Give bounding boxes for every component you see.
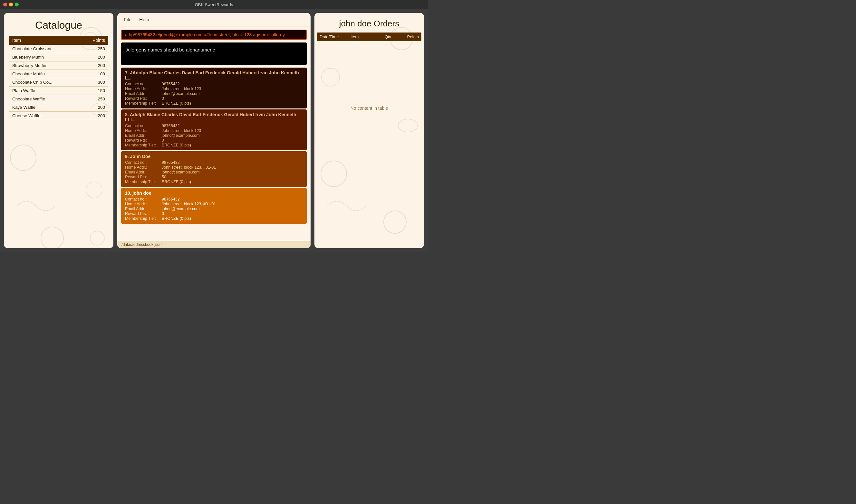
customer-address: Home Addr.: John street, block 123 xyxy=(125,128,303,133)
customer-address: Home Addr.: John street, block 123, #01-… xyxy=(125,202,303,206)
item-name: Kaya Waffle xyxy=(9,103,80,112)
contact-value: 98765432 xyxy=(162,197,180,201)
customer-email: Email Addr.: johnd@example.com xyxy=(125,170,303,175)
email-label: Email Addr.: xyxy=(125,133,160,138)
item-name: Strawberry Muffin xyxy=(9,61,80,70)
col-header-points: Points xyxy=(397,33,422,41)
email-label: Email Addr.: xyxy=(125,91,160,96)
table-row[interactable]: Plain Waffle 150 xyxy=(9,87,108,95)
table-row[interactable]: Chocolate Croissant 250 xyxy=(9,45,108,53)
col-header-item: Item xyxy=(348,33,379,41)
table-row[interactable]: Chocolate Waffle 250 xyxy=(9,95,108,103)
customer-contact: Contact no.: 98765432 xyxy=(125,197,303,201)
customer-name: 7. JAdolph Blaine Charles David Earl Fre… xyxy=(125,70,303,80)
tier-label: Membership Tier: xyxy=(125,101,160,106)
customer-card[interactable]: 8. Adolph Blaine Charles David Earl Fred… xyxy=(121,109,307,150)
address-label: Home Addr.: xyxy=(125,128,160,133)
contact-label: Contact no.: xyxy=(125,160,160,165)
table-row[interactable]: Chocolate Chip Co... 300 xyxy=(9,78,108,87)
error-box: Allergens names should be alphanumeric xyxy=(121,42,307,65)
menu-help[interactable]: Help xyxy=(138,16,151,23)
rewards-value: 0 xyxy=(162,138,164,143)
rewards-label: Reward Pts: xyxy=(125,175,160,179)
contact-label: Contact no.: xyxy=(125,124,160,128)
customer-rewards: Reward Pts: 0 xyxy=(125,96,303,101)
error-message: Allergens names should be alphanumeric xyxy=(126,47,215,52)
tier-value: BRONZE (0 pts) xyxy=(162,143,191,147)
tier-value: BRONZE (0 pts) xyxy=(162,101,191,106)
item-name: Chocolate Chip Co... xyxy=(9,78,80,87)
catalogue-table: Item Points Chocolate Croissant 250 Blue… xyxy=(9,36,108,120)
menubar: File Help xyxy=(117,13,311,26)
customer-rewards: Reward Pts: 0 xyxy=(125,138,303,143)
rewards-value: 0 xyxy=(162,212,164,216)
customer-card[interactable]: 10. john doe Contact no.: 98765432 Home … xyxy=(121,188,307,224)
item-points: 100 xyxy=(80,70,108,78)
tier-label: Membership Tier: xyxy=(125,216,160,221)
item-name: Blueberry Muffin xyxy=(9,53,80,61)
customer-email: Email Addr.: johnd@example.com xyxy=(125,91,303,96)
table-row[interactable]: Cheese Waffle 200 xyxy=(9,112,108,120)
item-name: Cheese Waffle xyxy=(9,112,80,120)
address-label: Home Addr.: xyxy=(125,202,160,206)
customer-contact: Contact no.: 98765432 xyxy=(125,160,303,165)
rewards-label: Reward Pts: xyxy=(125,138,160,143)
item-points: 300 xyxy=(80,78,108,87)
tier-value: BRONZE (0 pts) xyxy=(162,180,191,184)
table-row[interactable]: Chocolate Muffin 100 xyxy=(9,70,108,78)
customer-card[interactable]: 9. John Doe Contact no.: 98765432 Home A… xyxy=(121,151,307,187)
col-header-item: Item xyxy=(9,36,80,45)
address-value: John street, block 123, #01-01 xyxy=(162,165,216,169)
rewards-value: 50 xyxy=(162,175,166,179)
customer-contact: Contact no.: 98765432 xyxy=(125,124,303,128)
contact-value: 98765432 xyxy=(162,160,180,165)
orders-panel: john doe Orders Date/Time Item Qty Point… xyxy=(314,13,424,248)
customer-email: Email Addr.: johnd@example.com xyxy=(125,133,303,138)
address-label: Home Addr.: xyxy=(125,165,160,169)
title-bar: GBK SweetRewards xyxy=(0,0,428,9)
maximize-button[interactable] xyxy=(15,3,19,6)
status-text: ./data/addressbook.json xyxy=(120,242,161,247)
catalogue-panel: Catalogue Item Points Chocolate Croissan… xyxy=(4,13,114,248)
contact-value: 98765432 xyxy=(162,82,180,86)
close-button[interactable] xyxy=(3,3,7,6)
tier-value: BRONZE (0 pts) xyxy=(162,216,191,221)
table-row[interactable]: Strawberry Muffin 200 xyxy=(9,61,108,70)
menu-file[interactable]: File xyxy=(122,16,133,23)
item-points: 250 xyxy=(80,45,108,53)
table-row[interactable]: Blueberry Muffin 200 xyxy=(9,53,108,61)
item-points: 150 xyxy=(80,87,108,95)
address-value: John street, block 123, #01-01 xyxy=(162,202,216,206)
customer-list[interactable]: 7. JAdolph Blaine Charles David Earl Fre… xyxy=(121,68,307,237)
status-bar: ./data/addressbook.json xyxy=(117,241,311,248)
item-name: Chocolate Muffin xyxy=(9,70,80,78)
customer-address: Home Addr.: John street, block 123, #01-… xyxy=(125,165,303,169)
search-input[interactable] xyxy=(121,30,307,40)
email-value: johnd@example.com xyxy=(162,206,200,211)
item-name: Plain Waffle xyxy=(9,87,80,95)
item-name: Chocolate Waffle xyxy=(9,95,80,103)
no-content-message: No content in table xyxy=(314,106,424,111)
customer-address: Home Addr.: John street, block 123 xyxy=(125,87,303,91)
minimize-button[interactable] xyxy=(9,3,13,6)
rewards-value: 0 xyxy=(162,96,164,101)
customer-card[interactable]: 7. JAdolph Blaine Charles David Earl Fre… xyxy=(121,68,307,108)
item-points: 200 xyxy=(80,53,108,61)
email-value: johnd@example.com xyxy=(162,133,200,138)
contact-label: Contact no.: xyxy=(125,197,160,201)
contact-value: 98765432 xyxy=(162,124,180,128)
customer-tier: Membership Tier: BRONZE (0 pts) xyxy=(125,216,303,221)
email-label: Email Addr.: xyxy=(125,170,160,175)
window-title: GBK SweetRewards xyxy=(195,2,233,7)
item-name: Chocolate Croissant xyxy=(9,45,80,53)
item-points: 200 xyxy=(80,103,108,112)
rewards-label: Reward Pts: xyxy=(125,212,160,216)
customer-name: 10. john doe xyxy=(125,191,303,196)
table-row[interactable]: Kaya Waffle 200 xyxy=(9,103,108,112)
customer-rewards: Reward Pts: 0 xyxy=(125,212,303,216)
item-points: 200 xyxy=(80,112,108,120)
customer-name: 8. Adolph Blaine Charles David Earl Fred… xyxy=(125,112,303,122)
item-points: 250 xyxy=(80,95,108,103)
customer-tier: Membership Tier: BRONZE (0 pts) xyxy=(125,143,303,147)
rewards-label: Reward Pts: xyxy=(125,96,160,101)
